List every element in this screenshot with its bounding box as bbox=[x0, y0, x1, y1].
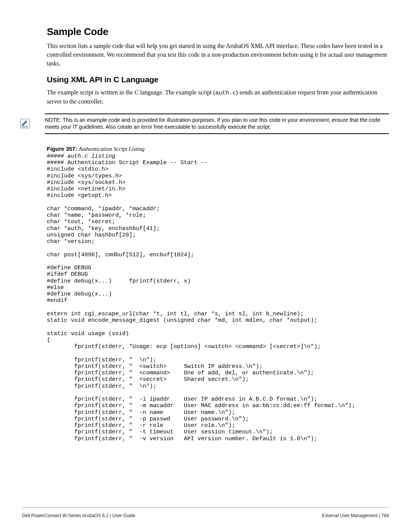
note-block: NOTE: This is an example code and is pro… bbox=[20, 113, 389, 134]
figure-caption: Figure 357: Authentication Script Listin… bbox=[47, 145, 389, 152]
page-footer: Dell PowerConnect W-Series ArubaOS 6.2 |… bbox=[22, 507, 389, 518]
footer-left: Dell PowerConnect W-Series ArubaOS 6.2 |… bbox=[22, 513, 135, 518]
example-paragraph: The example script is written in the C l… bbox=[47, 88, 389, 106]
para2-mono: auth.c bbox=[215, 90, 236, 96]
code-first-line: ##### auth.c listing bbox=[47, 153, 115, 160]
footer-page-number: 784 bbox=[381, 513, 389, 518]
footer-right: External User Management | 784 bbox=[322, 513, 389, 518]
note-text: NOTE: This is an example code and is pro… bbox=[45, 117, 389, 130]
para2-pre: The example script is written in the bbox=[47, 89, 135, 96]
pencil-icon bbox=[20, 119, 30, 128]
intro-paragraph: This section lists a sample code that wi… bbox=[47, 42, 389, 68]
figure-title: Authentication Script Listing bbox=[77, 146, 145, 152]
para2-mid: language. The example script ( bbox=[139, 89, 215, 96]
heading-sample-code: Sample Code bbox=[47, 26, 389, 38]
code-body: ##### Authentication Script Example -- S… bbox=[47, 160, 355, 442]
heading-xml-api-c: Using XML API in C Language bbox=[47, 75, 389, 84]
figure-label: Figure 357: bbox=[47, 145, 77, 152]
page-content: Sample Code This section lists a sample … bbox=[0, 0, 411, 442]
footer-divider: | bbox=[378, 513, 381, 518]
code-listing: ##### auth.c listing ##### Authenticatio… bbox=[47, 153, 389, 442]
footer-section: External User Management bbox=[322, 513, 378, 518]
note-box: NOTE: This is an example code and is pro… bbox=[45, 113, 389, 134]
para2-italic: C bbox=[135, 89, 139, 96]
